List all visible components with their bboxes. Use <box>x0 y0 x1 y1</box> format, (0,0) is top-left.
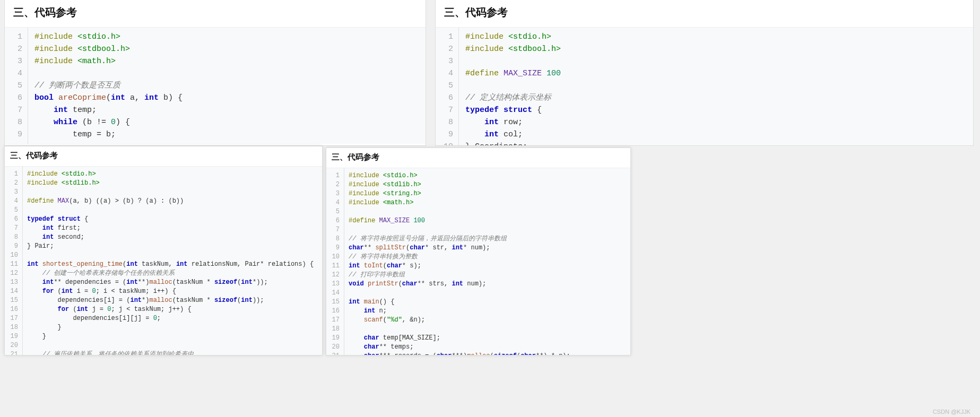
line-number: 4 <box>436 67 458 80</box>
code-line: char temp[MAX_SIZE]; <box>349 334 570 343</box>
line-number: 6 <box>436 92 458 104</box>
code-line: // 打印字符串数组 <box>349 271 570 280</box>
code-line: for (int i = 0; i < taskNum; i++) { <box>27 287 314 296</box>
code-line: // 定义结构体表示坐标 <box>465 92 561 104</box>
line-number: 11 <box>5 260 22 269</box>
code-panel-1: 三、代码参考 123456789 #include <stdio.h>#incl… <box>4 0 426 146</box>
code-line: #include <stdlib.h> <box>349 180 570 189</box>
code-line: #include <math.h> <box>34 55 183 67</box>
line-number: 13 <box>5 278 22 287</box>
line-number: 13 <box>326 280 344 289</box>
line-number: 9 <box>436 128 458 141</box>
code-line: // 判断两个数是否互质 <box>34 80 183 92</box>
line-number: 4 <box>326 198 344 207</box>
code-lines[interactable]: #include <stdio.h>#include <stdlib.h>#in… <box>344 168 570 355</box>
line-number: 8 <box>5 233 22 242</box>
line-number: 21 <box>326 352 344 355</box>
code-line: // 遍历依赖关系，将任务的依赖关系添加到哈希表中 <box>27 350 314 355</box>
line-number: 15 <box>326 298 344 307</box>
line-number: 16 <box>5 305 22 314</box>
code-line: } Coordinate; <box>465 141 561 146</box>
code-line <box>349 325 570 334</box>
code-line: #define MAX(a, b) ((a) > (b) ? (a) : (b)… <box>27 197 314 206</box>
code-line: char*** records = (char***)malloc(sizeof… <box>349 352 570 355</box>
code-line: int main() { <box>349 298 570 307</box>
code-line: for (int j = 0; j < taskNum; j++) { <box>27 305 314 314</box>
line-number: 6 <box>5 92 28 104</box>
code-line: int n; <box>349 307 570 316</box>
line-number: 9 <box>5 128 28 141</box>
line-number: 10 <box>5 251 22 260</box>
code-line: int col; <box>465 128 561 141</box>
line-number: 12 <box>326 271 344 280</box>
line-number: 7 <box>436 104 458 116</box>
line-number: 7 <box>5 104 28 116</box>
code-panel-4: 三、代码参考 123456789101112131415161718192021… <box>326 147 631 355</box>
code-line: int second; <box>27 233 314 242</box>
code-line: typedef struct { <box>27 215 314 224</box>
line-number: 14 <box>326 289 344 298</box>
code-line <box>27 188 314 197</box>
code-line: } <box>27 323 314 332</box>
code-line: int row; <box>465 116 561 128</box>
panel-heading: 三、代码参考 <box>436 0 973 27</box>
code-line: #include <stdio.h> <box>465 31 561 43</box>
code-line <box>465 55 561 67</box>
line-number: 2 <box>5 179 22 188</box>
line-number: 2 <box>326 180 344 189</box>
code-line <box>349 225 570 234</box>
code-line: // 创建一个哈希表来存储每个任务的依赖关系 <box>27 269 314 278</box>
code-line: #include <stdio.h> <box>349 171 570 180</box>
code-line: // 将字符串转换为整数 <box>349 253 570 262</box>
code-lines[interactable]: #include <stdio.h>#include <stdbool.h>#i… <box>28 28 183 144</box>
code-lines[interactable]: #include <stdio.h>#include <stdbool.h> #… <box>459 28 561 146</box>
line-number: 7 <box>326 225 344 234</box>
line-number: 10 <box>326 253 344 262</box>
code-line: typedef struct { <box>465 104 561 116</box>
line-number: 19 <box>326 334 344 343</box>
panel-heading: 三、代码参考 <box>5 0 426 27</box>
code-block: 123456789 #include <stdio.h>#include <st… <box>5 27 426 144</box>
line-number: 1 <box>436 31 458 43</box>
code-line: #define MAX_SIZE 100 <box>465 67 561 80</box>
line-number: 20 <box>326 343 344 352</box>
line-number: 8 <box>5 116 28 128</box>
line-number: 16 <box>326 307 344 316</box>
code-line: while (b != 0) { <box>34 116 183 128</box>
code-line: int first; <box>27 224 314 233</box>
line-number: 2 <box>436 43 458 55</box>
code-line <box>349 207 570 216</box>
line-number: 17 <box>5 314 22 323</box>
code-line: int** dependencies = (int**)malloc(taskN… <box>27 278 314 287</box>
code-line: #define MAX_SIZE 100 <box>349 216 570 225</box>
code-line <box>27 341 314 350</box>
code-line <box>465 80 561 92</box>
line-number: 5 <box>5 206 22 215</box>
line-number: 14 <box>5 287 22 296</box>
line-number: 3 <box>5 188 22 197</box>
line-number: 1 <box>326 171 344 180</box>
line-number: 10 <box>436 141 458 146</box>
code-line: #include <stdio.h> <box>27 170 314 179</box>
code-line: #include <stdio.h> <box>34 31 183 43</box>
code-lines[interactable]: #include <stdio.h>#include <stdlib.h> #d… <box>23 167 314 355</box>
code-block: 1234567891011 #include <stdio.h>#include… <box>436 27 973 146</box>
code-line: } <box>27 332 314 341</box>
line-number: 18 <box>326 325 344 334</box>
line-number: 8 <box>436 116 458 128</box>
panel-heading: 三、代码参考 <box>326 148 630 168</box>
code-block: 123456789101112131415161718192021 #inclu… <box>326 168 630 355</box>
code-panel-3: 三、代码参考 123456789101112131415161718192021… <box>4 146 323 355</box>
line-number: 11 <box>326 262 344 271</box>
line-number: 4 <box>5 197 22 206</box>
line-number: 18 <box>5 323 22 332</box>
panel-heading: 三、代码参考 <box>5 146 322 166</box>
line-number: 5 <box>5 80 28 92</box>
code-line: } Pair; <box>27 242 314 251</box>
code-line <box>27 251 314 260</box>
code-line: char** temps; <box>349 343 570 352</box>
line-number: 3 <box>436 55 458 67</box>
code-line: #include <stdbool.h> <box>465 43 561 55</box>
code-line: void printStr(char** strs, int num); <box>349 280 570 289</box>
line-number: 6 <box>5 215 22 224</box>
